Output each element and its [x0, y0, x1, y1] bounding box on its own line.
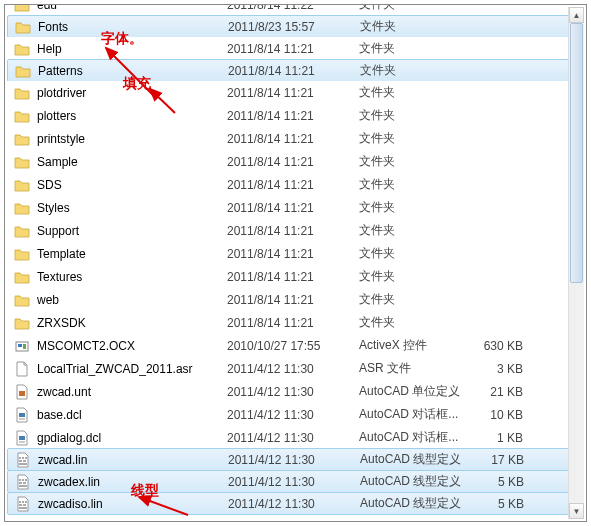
- file-type: 文件夹: [359, 107, 475, 124]
- folder-icon: [13, 178, 31, 192]
- file-date: 2011/4/12 11:30: [228, 475, 360, 489]
- file-name: LocalTrial_ZWCAD_2011.asr: [31, 362, 227, 376]
- file-size: 630 KB: [475, 339, 533, 353]
- file-icon: [13, 338, 31, 354]
- file-date: 2011/8/14 11:21: [227, 224, 359, 238]
- file-type: 文件夹: [360, 18, 476, 35]
- file-type: AutoCAD 单位定义: [359, 383, 475, 400]
- file-type: 文件夹: [359, 314, 475, 331]
- file-size: 3 KB: [475, 362, 533, 376]
- file-name: Fonts: [32, 20, 228, 34]
- file-type: 文件夹: [359, 245, 475, 262]
- file-name: Help: [31, 42, 227, 56]
- list-item[interactable]: zwcadex.lin2011/4/12 11:30AutoCAD 线型定义5 …: [7, 470, 584, 493]
- file-name: plotters: [31, 109, 227, 123]
- scroll-down-button[interactable]: ▼: [569, 503, 584, 519]
- folder-icon: [13, 42, 31, 56]
- folder-icon: [14, 64, 32, 78]
- file-date: 2011/4/12 11:30: [227, 431, 359, 445]
- list-item[interactable]: Styles2011/8/14 11:21文件夹: [7, 196, 584, 219]
- folder-icon: [13, 316, 31, 330]
- file-type: 文件夹: [360, 62, 476, 79]
- list-item[interactable]: zwcad.lin2011/4/12 11:30AutoCAD 线型定义17 K…: [7, 448, 584, 471]
- file-icon: [13, 430, 31, 446]
- file-name: zwcad.lin: [32, 453, 228, 467]
- file-type: ASR 文件: [359, 360, 475, 377]
- file-name: zwcadiso.lin: [32, 497, 228, 511]
- file-icon: [13, 361, 31, 377]
- list-item[interactable]: Fonts2011/8/23 15:57文件夹: [7, 15, 584, 38]
- list-item[interactable]: gpdialog.dcl2011/4/12 11:30AutoCAD 对话框..…: [7, 426, 584, 449]
- file-type: 文件夹: [359, 153, 475, 170]
- file-date: 2011/8/14 11:21: [227, 109, 359, 123]
- file-date: 2011/8/14 11:22: [227, 4, 359, 12]
- file-name: Sample: [31, 155, 227, 169]
- svg-rect-2: [23, 344, 26, 349]
- file-name: Styles: [31, 201, 227, 215]
- list-item[interactable]: zwcad.unt2011/4/12 11:30AutoCAD 单位定义21 K…: [7, 380, 584, 403]
- file-date: 2011/8/14 11:21: [227, 42, 359, 56]
- file-name: base.dcl: [31, 408, 227, 422]
- file-icon: [13, 407, 31, 423]
- file-type: AutoCAD 线型定义: [360, 495, 476, 512]
- file-date: 2011/8/14 11:21: [227, 316, 359, 330]
- list-item[interactable]: base.dcl2011/4/12 11:30AutoCAD 对话框...10 …: [7, 403, 584, 426]
- folder-icon: [13, 224, 31, 238]
- file-type: AutoCAD 线型定义: [360, 473, 476, 490]
- file-type: 文件夹: [359, 222, 475, 239]
- explorer-pane: edu2011/8/14 11:22文件夹Fonts2011/8/23 15:5…: [4, 4, 587, 522]
- list-item[interactable]: Help2011/8/14 11:21文件夹: [7, 37, 584, 60]
- list-item[interactable]: MSCOMCT2.OCX2010/10/27 17:55ActiveX 控件63…: [7, 334, 584, 357]
- file-date: 2011/8/14 11:21: [227, 293, 359, 307]
- list-item[interactable]: Textures2011/8/14 11:21文件夹: [7, 265, 584, 288]
- file-size: 1 KB: [475, 431, 533, 445]
- list-item[interactable]: zwcadiso.lin2011/4/12 11:30AutoCAD 线型定义5…: [7, 492, 584, 515]
- svg-rect-1: [18, 344, 22, 347]
- folder-icon: [13, 132, 31, 146]
- file-type: 文件夹: [359, 130, 475, 147]
- vertical-scrollbar[interactable]: ▲ ▼: [568, 7, 584, 519]
- file-date: 2011/4/12 11:30: [228, 453, 360, 467]
- file-icon: [13, 384, 31, 400]
- file-size: 5 KB: [476, 475, 534, 489]
- list-item[interactable]: printstyle2011/8/14 11:21文件夹: [7, 127, 584, 150]
- scroll-up-button[interactable]: ▲: [569, 7, 584, 23]
- file-name: MSCOMCT2.OCX: [31, 339, 227, 353]
- list-item[interactable]: plotters2011/8/14 11:21文件夹: [7, 104, 584, 127]
- file-name: printstyle: [31, 132, 227, 146]
- file-size: 10 KB: [475, 408, 533, 422]
- list-item[interactable]: plotdriver2011/8/14 11:21文件夹: [7, 81, 584, 104]
- list-item[interactable]: Sample2011/8/14 11:21文件夹: [7, 150, 584, 173]
- list-item[interactable]: ZRXSDK2011/8/14 11:21文件夹: [7, 311, 584, 334]
- folder-icon: [13, 4, 31, 12]
- file-name: web: [31, 293, 227, 307]
- svg-rect-3: [19, 391, 25, 396]
- list-item[interactable]: Patterns2011/8/14 11:21文件夹: [7, 59, 584, 82]
- list-item[interactable]: Support2011/8/14 11:21文件夹: [7, 219, 584, 242]
- file-date: 2011/8/14 11:21: [227, 270, 359, 284]
- file-name: zwcad.unt: [31, 385, 227, 399]
- file-list[interactable]: edu2011/8/14 11:22文件夹Fonts2011/8/23 15:5…: [7, 4, 584, 515]
- list-item[interactable]: LocalTrial_ZWCAD_2011.asr2011/4/12 11:30…: [7, 357, 584, 380]
- folder-icon: [13, 270, 31, 284]
- file-type: 文件夹: [359, 291, 475, 308]
- file-date: 2011/8/14 11:21: [227, 247, 359, 261]
- scroll-track[interactable]: [569, 23, 584, 503]
- file-date: 2011/8/14 11:21: [227, 178, 359, 192]
- folder-icon: [13, 109, 31, 123]
- list-item[interactable]: SDS2011/8/14 11:21文件夹: [7, 173, 584, 196]
- file-date: 2011/8/14 11:21: [228, 64, 360, 78]
- file-date: 2011/4/12 11:30: [227, 408, 359, 422]
- file-date: 2011/8/14 11:21: [227, 86, 359, 100]
- list-item[interactable]: web2011/8/14 11:21文件夹: [7, 288, 584, 311]
- file-size: 5 KB: [476, 497, 534, 511]
- file-date: 2011/4/12 11:30: [227, 385, 359, 399]
- list-item[interactable]: Template2011/8/14 11:21文件夹: [7, 242, 584, 265]
- file-date: 2011/8/14 11:21: [227, 132, 359, 146]
- scroll-thumb[interactable]: [570, 23, 583, 283]
- file-type: 文件夹: [359, 84, 475, 101]
- file-type: 文件夹: [359, 176, 475, 193]
- file-name: Template: [31, 247, 227, 261]
- file-date: 2010/10/27 17:55: [227, 339, 359, 353]
- folder-icon: [13, 201, 31, 215]
